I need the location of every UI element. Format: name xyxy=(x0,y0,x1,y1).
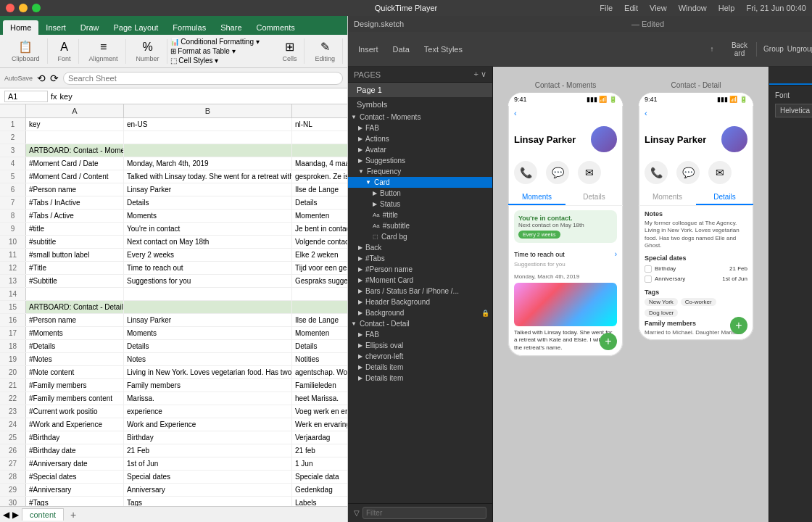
cell-b13[interactable]: Suggestions for you xyxy=(124,275,292,287)
tab-formulas[interactable]: Formulas xyxy=(165,20,213,35)
data-btn[interactable]: Data xyxy=(389,38,414,60)
cell-c3[interactable] xyxy=(292,144,347,157)
cell-b6[interactable]: Linsay Parker xyxy=(124,183,292,196)
forward-btn[interactable]: ↑ xyxy=(701,38,723,60)
tab-insert[interactable]: Insert xyxy=(38,20,73,35)
cell-a8[interactable]: #Tabs / Active xyxy=(26,210,124,222)
cell-b26[interactable]: 21 Feb xyxy=(124,444,292,457)
layer-item-11[interactable]: ⬚Card bg xyxy=(348,231,492,242)
cell-b25[interactable]: Birthday xyxy=(124,431,292,444)
cell-b4[interactable]: Monday, March 4th, 2019 xyxy=(124,157,292,170)
tab-draw[interactable]: Draw xyxy=(73,20,107,35)
cell-c20[interactable]: agentschap. Woont nu in New York. Houdt … xyxy=(292,366,347,378)
layer-item-8[interactable]: ▶Status xyxy=(348,199,492,210)
cell-a6[interactable]: #Person name xyxy=(26,183,124,196)
add-sheet-btn[interactable]: + xyxy=(67,508,80,521)
layer-item-5[interactable]: ▼Frequency xyxy=(348,166,492,177)
conditional-formatting-btn[interactable]: 📊 Conditional Formatting ▾ xyxy=(170,38,273,46)
cell-c27[interactable]: 1 Jun xyxy=(292,457,347,470)
cell-c6[interactable]: Ilse de Lange xyxy=(292,183,347,196)
layer-item-24[interactable]: ▶Details item xyxy=(348,373,492,384)
cell-b22[interactable]: Marissa. xyxy=(124,392,292,405)
cell-a25[interactable]: #Birthday xyxy=(26,431,124,444)
cell-c14[interactable] xyxy=(292,288,347,300)
cell-c19[interactable]: Notities xyxy=(292,353,347,365)
layer-item-4[interactable]: ▶Suggestions xyxy=(348,155,492,166)
cell-c2[interactable] xyxy=(292,131,347,144)
cell-a24[interactable]: #Work and Experience xyxy=(26,418,124,431)
cell-b23[interactable]: experience xyxy=(124,405,292,418)
cell-b17[interactable]: Moments xyxy=(124,327,292,339)
cell-b16[interactable]: Linsay Parker xyxy=(124,314,292,326)
menu-edit[interactable]: Edit xyxy=(624,4,638,12)
formula-input[interactable] xyxy=(60,92,343,101)
cell-c12[interactable]: Tijd voor een gesprek xyxy=(292,262,347,274)
cell-a11[interactable]: #small button label xyxy=(26,249,124,261)
cell-c11[interactable]: Elke 2 weken xyxy=(292,249,347,261)
cell-a15[interactable]: ARTBOARD: Contact - Detail xyxy=(26,301,124,313)
cell-b19[interactable]: Notes xyxy=(124,353,292,365)
cell-a27[interactable]: #Anniversary date xyxy=(26,457,124,470)
tab-comments[interactable]: Comments xyxy=(249,20,302,35)
undo-btn[interactable]: ⟲ xyxy=(37,72,46,84)
number-btn[interactable]: % Number xyxy=(133,39,162,64)
cell-b9[interactable]: You're in contact xyxy=(124,223,292,235)
layer-item-0[interactable]: ▼Contact - Moments xyxy=(348,112,492,123)
layer-item-14[interactable]: ▶#Person name xyxy=(348,264,492,275)
cell-c18[interactable]: Details xyxy=(292,340,347,352)
cell-b28[interactable]: Special dates xyxy=(124,471,292,483)
layer-item-12[interactable]: ▶Back xyxy=(348,242,492,253)
next-sheet-btn[interactable]: ▶ xyxy=(12,510,19,520)
ungroup-btn[interactable]: Ungroup xyxy=(790,38,812,60)
cell-c24[interactable]: Werk en ervaring xyxy=(292,418,347,431)
cell-a21[interactable]: #Family members xyxy=(26,379,124,392)
cell-a3[interactable]: ARTBOARD: Contact - Moments xyxy=(26,144,124,157)
layer-item-9[interactable]: Aa#title xyxy=(348,210,492,220)
cell-b24[interactable]: Work and Experience xyxy=(124,418,292,431)
alignment-btn[interactable]: ≡ Alignment xyxy=(86,39,121,64)
font-btn[interactable]: A Font xyxy=(55,39,74,64)
layer-item-1[interactable]: ▶FAB xyxy=(348,123,492,133)
layer-item-16[interactable]: ▶Bars / Status Bar / iPhone /... xyxy=(348,286,492,297)
cell-a1[interactable]: key xyxy=(26,118,124,130)
tab-home[interactable]: Home xyxy=(3,20,38,35)
sketch-canvas[interactable]: Contact - Moments 9:41 ▮▮▮ 📶 🔋 ‹ xyxy=(493,67,768,522)
cell-a7[interactable]: #Tabs / InActive xyxy=(26,196,124,209)
layer-item-3[interactable]: ▶Avatar xyxy=(348,144,492,155)
cell-a16[interactable]: #Person name xyxy=(26,314,124,326)
cell-c10[interactable]: Volgende contact op 18 mei xyxy=(292,236,347,248)
cell-a22[interactable]: #Family members content xyxy=(26,392,124,405)
cell-c21[interactable]: Familieleden xyxy=(292,379,347,392)
menu-file[interactable]: File xyxy=(600,4,613,12)
minimize-button[interactable] xyxy=(19,4,28,12)
cell-a26[interactable]: #Birthday date xyxy=(26,444,124,457)
cell-c26[interactable]: 21 feb xyxy=(292,444,347,457)
cell-b30[interactable]: Tags xyxy=(124,497,292,506)
cell-a10[interactable]: #subtitle xyxy=(26,236,124,248)
traffic-lights[interactable] xyxy=(6,4,41,12)
group-btn[interactable]: Group xyxy=(763,38,784,60)
layer-item-20[interactable]: ▶FAB xyxy=(348,329,492,340)
layer-item-10[interactable]: Aa#subtitle xyxy=(348,220,492,231)
phone-detail-fab[interactable]: + xyxy=(730,317,747,334)
cell-b21[interactable]: Family members xyxy=(124,379,292,392)
right-tab-formatting[interactable]: Formatting xyxy=(769,67,812,85)
add-page-btn[interactable]: + ∨ xyxy=(474,70,486,79)
cell-a28[interactable]: #Special dates xyxy=(26,471,124,483)
insert-btn[interactable]: Insert xyxy=(354,38,383,60)
cell-styles-btn[interactable]: ⬚ Cell Styles ▾ xyxy=(170,57,273,65)
cell-a5[interactable]: #Moment Card / Content xyxy=(26,170,124,183)
cell-a17[interactable]: #Moments xyxy=(26,327,124,339)
layer-item-13[interactable]: ▶#Tabs xyxy=(348,253,492,264)
cell-a29[interactable]: #Anniversary xyxy=(26,484,124,496)
cell-c5[interactable]: gesproken. Ze is naar een welvaartscongr… xyxy=(292,170,347,183)
cell-b14[interactable] xyxy=(124,288,292,300)
cell-c9[interactable]: Je bent in contact xyxy=(292,223,347,235)
sheet-tab-content[interactable]: content xyxy=(22,508,64,521)
tab-share[interactable]: Share xyxy=(213,20,249,35)
cell-a30[interactable]: #Tags xyxy=(26,497,124,506)
menu-help[interactable]: Help xyxy=(718,4,735,12)
cell-c4[interactable]: Maandag, 4 maart, 2019 xyxy=(292,157,347,170)
cells-btn[interactable]: ⊞ Cells xyxy=(279,38,299,64)
cell-b3[interactable] xyxy=(124,144,292,157)
